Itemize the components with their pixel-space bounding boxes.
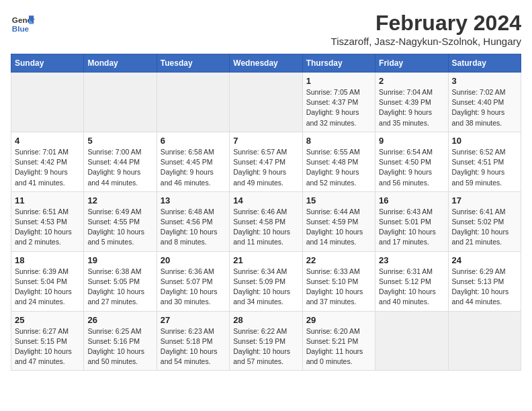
title-section: February 2024 Tiszaroff, Jasz-Nagykun-Sz… [331, 11, 521, 47]
calendar-header: SundayMondayTuesdayWednesdayThursdayFrid… [11, 54, 521, 73]
day-info: Sunrise: 6:46 AMSunset: 4:58 PMDaylight:… [233, 207, 298, 248]
day-info: Sunrise: 6:49 AMSunset: 4:55 PMDaylight:… [87, 207, 152, 248]
day-info: Sunrise: 7:01 AMSunset: 4:42 PMDaylight:… [15, 147, 80, 188]
day-number: 27 [161, 315, 226, 325]
weekday-header: Wednesday [230, 54, 302, 73]
day-number: 3 [452, 76, 517, 86]
calendar-cell: 8Sunrise: 6:55 AMSunset: 4:48 PMDaylight… [302, 132, 375, 191]
day-info: Sunrise: 6:52 AMSunset: 4:51 PMDaylight:… [452, 147, 517, 188]
day-number: 25 [15, 315, 80, 325]
day-info: Sunrise: 6:41 AMSunset: 5:02 PMDaylight:… [452, 207, 517, 248]
calendar-table: SundayMondayTuesdayWednesdayThursdayFrid… [11, 54, 521, 371]
day-info: Sunrise: 6:38 AMSunset: 5:05 PMDaylight:… [87, 267, 152, 308]
day-number: 4 [15, 136, 80, 146]
page-header: General Blue February 2024 Tiszaroff, Ja… [11, 11, 521, 47]
day-number: 28 [233, 315, 298, 325]
day-number: 19 [87, 255, 152, 265]
day-info: Sunrise: 7:05 AMSunset: 4:37 PMDaylight:… [306, 87, 371, 128]
day-info: Sunrise: 7:02 AMSunset: 4:40 PMDaylight:… [452, 87, 517, 128]
calendar-cell: 22Sunrise: 6:33 AMSunset: 5:10 PMDayligh… [302, 251, 375, 311]
calendar-cell: 24Sunrise: 6:29 AMSunset: 5:13 PMDayligh… [448, 251, 521, 311]
day-info: Sunrise: 6:44 AMSunset: 4:59 PMDaylight:… [306, 207, 371, 248]
svg-text:Blue: Blue [12, 24, 30, 33]
weekday-header-row: SundayMondayTuesdayWednesdayThursdayFrid… [11, 54, 521, 73]
calendar-cell: 23Sunrise: 6:31 AMSunset: 5:12 PMDayligh… [375, 251, 448, 311]
calendar-cell: 10Sunrise: 6:52 AMSunset: 4:51 PMDayligh… [448, 132, 521, 191]
calendar-cell: 3Sunrise: 7:02 AMSunset: 4:40 PMDaylight… [448, 73, 521, 132]
logo: General Blue [11, 11, 35, 35]
day-info: Sunrise: 6:31 AMSunset: 5:12 PMDaylight:… [379, 267, 444, 308]
week-row: 4Sunrise: 7:01 AMSunset: 4:42 PMDaylight… [11, 132, 521, 191]
calendar-cell: 14Sunrise: 6:46 AMSunset: 4:58 PMDayligh… [230, 191, 302, 251]
calendar-cell [157, 73, 229, 132]
day-info: Sunrise: 6:20 AMSunset: 5:21 PMDaylight:… [306, 326, 371, 367]
calendar-cell: 12Sunrise: 6:49 AMSunset: 4:55 PMDayligh… [84, 191, 157, 251]
day-info: Sunrise: 6:48 AMSunset: 4:56 PMDaylight:… [161, 207, 226, 248]
day-number: 10 [452, 136, 517, 146]
day-number: 11 [15, 195, 80, 205]
day-info: Sunrise: 6:25 AMSunset: 5:16 PMDaylight:… [87, 326, 152, 367]
main-title: February 2024 [331, 11, 521, 36]
week-row: 25Sunrise: 6:27 AMSunset: 5:15 PMDayligh… [11, 311, 521, 371]
calendar-cell [84, 73, 157, 132]
day-number: 1 [306, 76, 371, 86]
calendar-cell: 20Sunrise: 6:36 AMSunset: 5:07 PMDayligh… [157, 251, 229, 311]
calendar-cell: 29Sunrise: 6:20 AMSunset: 5:21 PMDayligh… [302, 311, 375, 371]
day-number: 7 [233, 136, 298, 146]
logo-icon: General Blue [11, 11, 35, 35]
day-info: Sunrise: 6:57 AMSunset: 4:47 PMDaylight:… [233, 147, 298, 188]
subtitle: Tiszaroff, Jasz-Nagykun-Szolnok, Hungary [331, 36, 521, 47]
calendar-cell: 11Sunrise: 6:51 AMSunset: 4:53 PMDayligh… [11, 191, 84, 251]
calendar-cell: 15Sunrise: 6:44 AMSunset: 4:59 PMDayligh… [302, 191, 375, 251]
day-number: 17 [452, 195, 517, 205]
day-info: Sunrise: 7:04 AMSunset: 4:39 PMDaylight:… [379, 87, 444, 128]
calendar-cell: 28Sunrise: 6:22 AMSunset: 5:19 PMDayligh… [230, 311, 302, 371]
calendar-cell: 17Sunrise: 6:41 AMSunset: 5:02 PMDayligh… [448, 191, 521, 251]
day-info: Sunrise: 6:29 AMSunset: 5:13 PMDaylight:… [452, 267, 517, 308]
weekday-header: Friday [375, 54, 448, 73]
calendar-cell: 25Sunrise: 6:27 AMSunset: 5:15 PMDayligh… [11, 311, 84, 371]
day-info: Sunrise: 6:43 AMSunset: 5:01 PMDaylight:… [379, 207, 444, 248]
calendar-cell [448, 311, 521, 371]
calendar-cell: 9Sunrise: 6:54 AMSunset: 4:50 PMDaylight… [375, 132, 448, 191]
day-number: 22 [306, 255, 371, 265]
day-number: 2 [379, 76, 444, 86]
day-number: 21 [233, 255, 298, 265]
day-info: Sunrise: 6:55 AMSunset: 4:48 PMDaylight:… [306, 147, 371, 188]
day-number: 15 [306, 195, 371, 205]
calendar-cell: 27Sunrise: 6:23 AMSunset: 5:18 PMDayligh… [157, 311, 229, 371]
weekday-header: Saturday [448, 54, 521, 73]
calendar-cell: 2Sunrise: 7:04 AMSunset: 4:39 PMDaylight… [375, 73, 448, 132]
weekday-header: Sunday [11, 54, 84, 73]
day-number: 8 [306, 136, 371, 146]
calendar-body: 1Sunrise: 7:05 AMSunset: 4:37 PMDaylight… [11, 73, 521, 371]
day-number: 16 [379, 195, 444, 205]
day-info: Sunrise: 6:58 AMSunset: 4:45 PMDaylight:… [161, 147, 226, 188]
calendar-cell [230, 73, 302, 132]
day-number: 12 [87, 195, 152, 205]
calendar-cell: 13Sunrise: 6:48 AMSunset: 4:56 PMDayligh… [157, 191, 229, 251]
calendar-cell: 16Sunrise: 6:43 AMSunset: 5:01 PMDayligh… [375, 191, 448, 251]
day-number: 18 [15, 255, 80, 265]
day-number: 29 [306, 315, 371, 325]
calendar-cell: 4Sunrise: 7:01 AMSunset: 4:42 PMDaylight… [11, 132, 84, 191]
week-row: 18Sunrise: 6:39 AMSunset: 5:04 PMDayligh… [11, 251, 521, 311]
day-info: Sunrise: 6:23 AMSunset: 5:18 PMDaylight:… [161, 326, 226, 367]
day-info: Sunrise: 6:39 AMSunset: 5:04 PMDaylight:… [15, 267, 80, 308]
day-info: Sunrise: 6:51 AMSunset: 4:53 PMDaylight:… [15, 207, 80, 248]
day-info: Sunrise: 6:22 AMSunset: 5:19 PMDaylight:… [233, 326, 298, 367]
calendar-cell [375, 311, 448, 371]
week-row: 11Sunrise: 6:51 AMSunset: 4:53 PMDayligh… [11, 191, 521, 251]
calendar-cell: 26Sunrise: 6:25 AMSunset: 5:16 PMDayligh… [84, 311, 157, 371]
day-info: Sunrise: 6:34 AMSunset: 5:09 PMDaylight:… [233, 267, 298, 308]
day-info: Sunrise: 6:36 AMSunset: 5:07 PMDaylight:… [161, 267, 226, 308]
calendar-cell: 7Sunrise: 6:57 AMSunset: 4:47 PMDaylight… [230, 132, 302, 191]
day-number: 24 [452, 255, 517, 265]
weekday-header: Thursday [302, 54, 375, 73]
day-info: Sunrise: 7:00 AMSunset: 4:44 PMDaylight:… [87, 147, 152, 188]
day-info: Sunrise: 6:27 AMSunset: 5:15 PMDaylight:… [15, 326, 80, 367]
day-number: 23 [379, 255, 444, 265]
calendar-cell: 5Sunrise: 7:00 AMSunset: 4:44 PMDaylight… [84, 132, 157, 191]
day-number: 26 [87, 315, 152, 325]
day-number: 20 [161, 255, 226, 265]
